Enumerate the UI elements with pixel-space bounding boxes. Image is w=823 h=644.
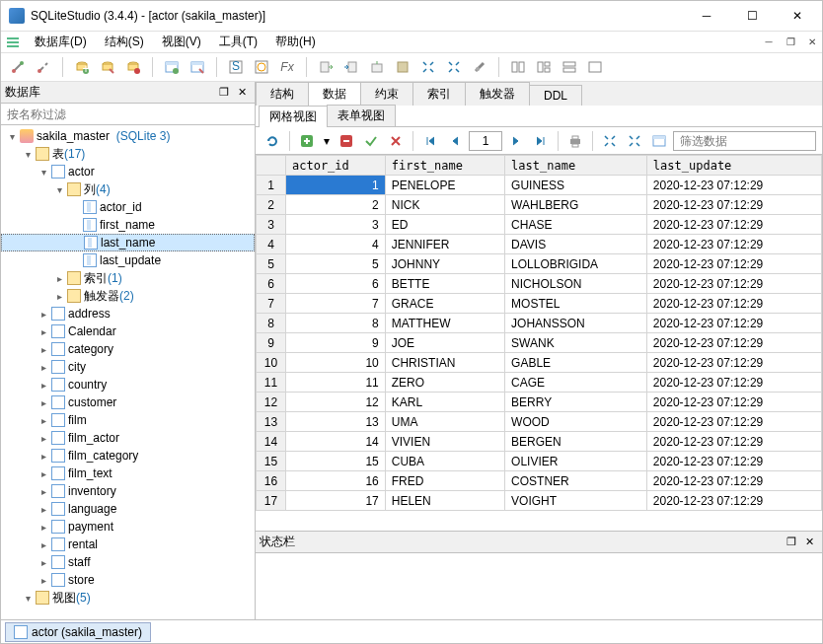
cell[interactable]: VOIGHT bbox=[505, 491, 647, 511]
export-schema-button[interactable] bbox=[366, 56, 388, 78]
tab-结构[interactable]: 结构 bbox=[256, 82, 309, 106]
row-header[interactable]: 6 bbox=[257, 274, 286, 294]
menu-view[interactable]: 视图(V) bbox=[154, 32, 209, 52]
cell[interactable]: 2020-12-23 07:12:29 bbox=[646, 274, 821, 294]
tree-node[interactable]: ▸country bbox=[1, 376, 255, 394]
next-page-button[interactable] bbox=[505, 130, 527, 152]
db-tree[interactable]: ▾sakila_master (SQLite 3)▾表 (17)▾actor▾列… bbox=[1, 125, 255, 619]
cell[interactable]: 2020-12-23 07:12:29 bbox=[646, 235, 821, 254]
menu-tools[interactable]: 工具(T) bbox=[211, 32, 265, 52]
export-button[interactable] bbox=[315, 56, 337, 78]
cell[interactable]: MATTHEW bbox=[385, 314, 504, 333]
add-db-button[interactable]: + bbox=[71, 56, 93, 78]
cell[interactable]: 2020-12-23 07:12:29 bbox=[646, 254, 821, 274]
tree-node[interactable]: ▾表 (17) bbox=[1, 145, 255, 163]
cell[interactable]: 1 bbox=[286, 176, 386, 195]
cell[interactable]: KARL bbox=[385, 393, 504, 412]
cell[interactable]: 14 bbox=[286, 432, 386, 452]
cell[interactable]: 11 bbox=[286, 373, 386, 393]
row-header[interactable]: 16 bbox=[257, 471, 286, 491]
cell[interactable]: 6 bbox=[286, 274, 386, 294]
cell[interactable]: 9 bbox=[286, 333, 386, 353]
tree-node[interactable]: ▾actor bbox=[1, 163, 255, 180]
filter-button[interactable] bbox=[648, 130, 670, 152]
tree-node[interactable]: ▸inventory bbox=[1, 482, 255, 500]
cell[interactable]: 2020-12-23 07:12:29 bbox=[646, 432, 821, 452]
cell[interactable]: CAGE bbox=[505, 373, 647, 393]
subtab-网格视图[interactable]: 网格视图 bbox=[259, 106, 328, 127]
function-button[interactable]: Fx bbox=[276, 56, 298, 78]
cell[interactable]: GRACE bbox=[385, 294, 504, 314]
last-page-button[interactable] bbox=[530, 130, 552, 152]
cell[interactable]: 15 bbox=[286, 452, 386, 471]
cell[interactable]: CUBA bbox=[385, 452, 504, 471]
expand-in-button[interactable] bbox=[443, 56, 465, 78]
page-input[interactable] bbox=[469, 131, 502, 151]
cell[interactable]: 3 bbox=[286, 215, 386, 235]
cell[interactable]: 2020-12-23 07:12:29 bbox=[646, 393, 821, 412]
refresh-button[interactable] bbox=[262, 130, 283, 152]
tree-node[interactable]: ▸language bbox=[1, 500, 255, 518]
cell[interactable]: MOSTEL bbox=[505, 294, 647, 314]
col-last_update[interactable]: last_update bbox=[646, 156, 821, 176]
connect-db-button[interactable] bbox=[7, 56, 29, 78]
cell[interactable]: 2020-12-23 07:12:29 bbox=[646, 412, 821, 432]
row-header[interactable]: 1 bbox=[257, 176, 286, 195]
row-header[interactable]: 5 bbox=[257, 254, 286, 274]
cell[interactable]: 2020-12-23 07:12:29 bbox=[646, 491, 821, 511]
tree-node[interactable]: last_name bbox=[1, 234, 255, 251]
cell[interactable]: 12 bbox=[286, 393, 386, 412]
cell[interactable]: 4 bbox=[286, 235, 386, 254]
expand-out-button[interactable] bbox=[417, 56, 439, 78]
close-panel-icon[interactable]: ✕ bbox=[233, 84, 251, 102]
edit-db-button[interactable] bbox=[97, 56, 118, 78]
tree-node[interactable]: ▸address bbox=[1, 305, 255, 322]
cell[interactable]: FRED bbox=[385, 471, 504, 491]
tab-DDL[interactable]: DDL bbox=[529, 85, 582, 106]
cell[interactable]: CHASE bbox=[505, 215, 647, 235]
db-filter-input[interactable] bbox=[1, 104, 255, 125]
add-row-button[interactable] bbox=[296, 130, 318, 152]
tab-约束[interactable]: 约束 bbox=[360, 82, 413, 106]
tab-触发器[interactable]: 触发器 bbox=[465, 82, 530, 106]
undock-icon[interactable]: ❐ bbox=[215, 84, 233, 102]
cell[interactable]: 2020-12-23 07:12:29 bbox=[646, 471, 821, 491]
close-button[interactable]: ✕ bbox=[775, 1, 820, 31]
tree-node[interactable]: ▸customer bbox=[1, 394, 255, 411]
tree-node[interactable]: ▸Calendar bbox=[1, 322, 255, 340]
cell[interactable]: ED bbox=[385, 215, 504, 235]
cell[interactable]: DAVIS bbox=[505, 235, 647, 254]
cell[interactable]: 2020-12-23 07:12:29 bbox=[646, 215, 821, 235]
doctab-actor[interactable]: actor (sakila_master) bbox=[5, 622, 151, 642]
cell[interactable]: 16 bbox=[286, 471, 386, 491]
menu-structure[interactable]: 结构(S) bbox=[97, 32, 152, 52]
cell[interactable]: BERGEN bbox=[505, 432, 647, 452]
cell[interactable]: ZERO bbox=[385, 373, 504, 393]
tree-node[interactable]: ▸索引 (1) bbox=[1, 269, 255, 287]
cell[interactable]: 7 bbox=[286, 294, 386, 314]
fit-columns-button[interactable] bbox=[599, 130, 621, 152]
add-row-dropdown[interactable]: ▾ bbox=[321, 130, 333, 152]
tree-node[interactable]: last_update bbox=[1, 251, 255, 269]
cell[interactable]: UMA bbox=[385, 412, 504, 432]
tree-node[interactable]: ▸film_text bbox=[1, 465, 255, 482]
cell[interactable]: WOOD bbox=[505, 412, 647, 432]
tree-node[interactable]: ▸触发器 (2) bbox=[1, 287, 255, 305]
cell[interactable]: NICHOLSON bbox=[505, 274, 647, 294]
import-button[interactable] bbox=[340, 56, 362, 78]
edit-table-button[interactable] bbox=[187, 56, 208, 78]
row-header[interactable]: 3 bbox=[257, 215, 286, 235]
tree-node[interactable]: ▸film_actor bbox=[1, 429, 255, 447]
tree-node[interactable]: ▾视图 (5) bbox=[1, 589, 255, 607]
cell[interactable]: 2 bbox=[286, 195, 386, 215]
cell[interactable]: 2020-12-23 07:12:29 bbox=[646, 353, 821, 373]
row-header[interactable]: 11 bbox=[257, 373, 286, 393]
delete-row-button[interactable] bbox=[336, 130, 357, 152]
cell[interactable]: JOE bbox=[385, 333, 504, 353]
tree-node[interactable]: ▸payment bbox=[1, 518, 255, 536]
mdi-close-button[interactable]: ✕ bbox=[802, 35, 822, 50]
disconnect-db-button[interactable] bbox=[33, 56, 54, 78]
tree-node[interactable]: ▸category bbox=[1, 340, 255, 358]
sql-editor-button[interactable]: S bbox=[225, 56, 247, 78]
cell[interactable]: 2020-12-23 07:12:29 bbox=[646, 373, 821, 393]
